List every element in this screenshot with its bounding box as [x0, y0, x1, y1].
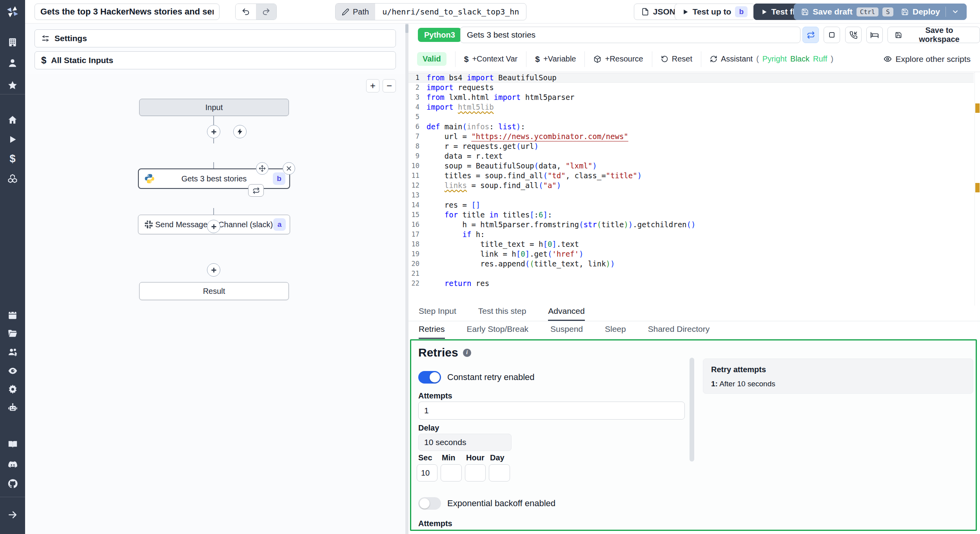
- code-line[interactable]: 20 res.append((title_text, link)): [408, 259, 974, 269]
- sidebar-groups-button[interactable]: [4, 343, 21, 360]
- code-line[interactable]: 9 data = r.text: [408, 151, 974, 161]
- code-line[interactable]: 6def main(infos: list):: [408, 122, 974, 132]
- sidebar-collapse-button[interactable]: [4, 506, 21, 523]
- code-line[interactable]: 21: [408, 269, 974, 279]
- exponential-backoff-toggle[interactable]: [418, 497, 441, 510]
- sidebar-settings-button[interactable]: [4, 380, 21, 398]
- undo-button[interactable]: [236, 4, 256, 20]
- add-step-button[interactable]: [207, 220, 220, 233]
- retries-scrollbar[interactable]: [690, 358, 694, 462]
- sidebar-workers-button[interactable]: [4, 399, 21, 416]
- early-stop-button[interactable]: [824, 27, 840, 43]
- sidebar-variables-button[interactable]: $: [4, 150, 21, 167]
- sidebar-resources-button[interactable]: [4, 170, 21, 187]
- code-line[interactable]: 18 title_text = h[0].text: [408, 239, 974, 249]
- panel-resize-handle[interactable]: [405, 24, 408, 534]
- subtab-early-stop[interactable]: Early Stop/Break: [467, 324, 529, 339]
- delay-input[interactable]: [418, 434, 512, 451]
- code-line[interactable]: 22 return res: [408, 279, 974, 288]
- sidebar-folders-button[interactable]: [4, 325, 21, 342]
- deploy-button[interactable]: Deploy: [894, 4, 967, 20]
- flow-settings-bar[interactable]: Settings: [34, 29, 396, 47]
- constant-retry-row: Constant retry enabled: [418, 371, 535, 384]
- overview-ruler[interactable]: [975, 72, 980, 306]
- subtab-suspend[interactable]: Suspend: [550, 324, 583, 339]
- add-variable-button[interactable]: $+Variable: [526, 54, 584, 64]
- code-line[interactable]: 19 link = h[0].get('href'): [408, 249, 974, 259]
- code-line[interactable]: 16 h = html5parser.fromstring(str(title)…: [408, 220, 974, 230]
- code-line[interactable]: 12 links = soup.find_all("a"): [408, 181, 974, 190]
- save-to-workspace-button[interactable]: Save to workspace: [887, 27, 980, 43]
- step-b-retry-indicator[interactable]: [248, 184, 264, 197]
- hour-input[interactable]: [465, 464, 486, 482]
- tab-step-input[interactable]: Step Input: [419, 306, 456, 321]
- flow-title-input[interactable]: [34, 4, 220, 20]
- test-up-to-label: Test up to: [693, 7, 731, 16]
- code-line[interactable]: 3from lxml.html import html5parser: [408, 92, 974, 102]
- code-line[interactable]: 13: [408, 190, 974, 200]
- sidebar-github-button[interactable]: [4, 475, 21, 492]
- info-icon[interactable]: i: [463, 349, 471, 357]
- sidebar-discord-button[interactable]: [4, 456, 21, 473]
- flow-node-result[interactable]: Result: [139, 282, 289, 300]
- add-resource-button[interactable]: +Resource: [585, 54, 652, 63]
- code-line[interactable]: 10 soup = BeautifulSoup(data, "lxml"): [408, 161, 974, 171]
- add-trigger-button[interactable]: [233, 125, 247, 138]
- sec-input[interactable]: [417, 464, 437, 482]
- code-line[interactable]: 15 for title in titles[:6]:: [408, 210, 974, 220]
- delete-step-button[interactable]: [283, 162, 295, 175]
- path-chip[interactable]: Path: [336, 4, 375, 20]
- subtab-sleep[interactable]: Sleep: [605, 324, 626, 339]
- sidebar-workspace-button[interactable]: [4, 34, 21, 51]
- flow-canvas[interactable]: + − Input: [25, 74, 405, 534]
- subtab-retries[interactable]: Retries: [419, 324, 445, 339]
- tab-test-this-step[interactable]: Test this step: [478, 306, 526, 321]
- explore-other-scripts-button[interactable]: Explore other scripts: [884, 54, 971, 64]
- code-line[interactable]: 14 res = []: [408, 200, 974, 210]
- sidebar-runs-button[interactable]: [4, 131, 21, 148]
- zoom-in-button[interactable]: +: [366, 79, 379, 92]
- subtab-shared-directory[interactable]: Shared Directory: [648, 324, 710, 339]
- assistant-tool-black: Black: [790, 54, 809, 63]
- sidebar-home-button[interactable]: [4, 111, 21, 129]
- sidebar-user-button[interactable]: [4, 54, 21, 72]
- code-editor[interactable]: 1from bs4 import BeautifulSoup2import re…: [408, 72, 980, 306]
- sleep-button[interactable]: [866, 27, 883, 43]
- min-input[interactable]: [441, 464, 462, 482]
- flow-node-input[interactable]: Input: [139, 99, 289, 116]
- redo-button[interactable]: [256, 4, 276, 20]
- add-step-button[interactable]: [207, 263, 220, 277]
- code-line[interactable]: 7 url = "https://news.ycombinator.com/ne…: [408, 132, 974, 141]
- windmill-logo-icon[interactable]: [4, 3, 21, 20]
- add-step-button[interactable]: [207, 125, 220, 138]
- test-up-to-button[interactable]: Test up to b: [675, 4, 755, 20]
- retries-toggle-button[interactable]: [802, 27, 819, 43]
- day-input[interactable]: [489, 464, 510, 482]
- code-line[interactable]: 8 r = requests.get(url): [408, 141, 974, 151]
- all-static-inputs-bar[interactable]: $ All Static Inputs: [34, 51, 396, 69]
- path-group[interactable]: Path u/henri/send_to_slack_top3_hn: [335, 3, 526, 20]
- code-line[interactable]: 5: [408, 112, 974, 122]
- attempts-input[interactable]: [418, 402, 685, 420]
- code-line[interactable]: 2import requests: [408, 83, 974, 92]
- tab-advanced[interactable]: Advanced: [548, 306, 584, 321]
- sidebar-audit-logs-button[interactable]: [4, 362, 21, 379]
- zoom-out-button[interactable]: −: [383, 79, 396, 92]
- reset-button[interactable]: Reset: [652, 54, 701, 63]
- code-line[interactable]: 11 titles = soup.find_all("td", class_="…: [408, 171, 974, 181]
- code-line[interactable]: 17 if h:: [408, 230, 974, 239]
- step-name-input[interactable]: [460, 27, 800, 43]
- chevron-down-icon[interactable]: [951, 8, 959, 16]
- save-draft-button[interactable]: Save draft Ctrl S: [794, 4, 901, 20]
- code-line[interactable]: 1from bs4 import BeautifulSoup: [408, 73, 974, 83]
- sidebar-favorites-button[interactable]: [4, 77, 21, 94]
- sidebar-docs-button[interactable]: [4, 436, 21, 453]
- path-value[interactable]: u/henri/send_to_slack_top3_hn: [375, 4, 526, 20]
- add-context-var-button[interactable]: $+Context Var: [456, 54, 526, 64]
- move-step-button[interactable]: [256, 162, 269, 175]
- suspend-button[interactable]: [845, 27, 862, 43]
- constant-retry-toggle[interactable]: [418, 371, 441, 384]
- assistant-button[interactable]: Assistant ( Pyright Black Ruff ): [701, 54, 842, 63]
- code-line[interactable]: 4import html5lib: [408, 102, 974, 112]
- sidebar-schedules-button[interactable]: [4, 306, 21, 324]
